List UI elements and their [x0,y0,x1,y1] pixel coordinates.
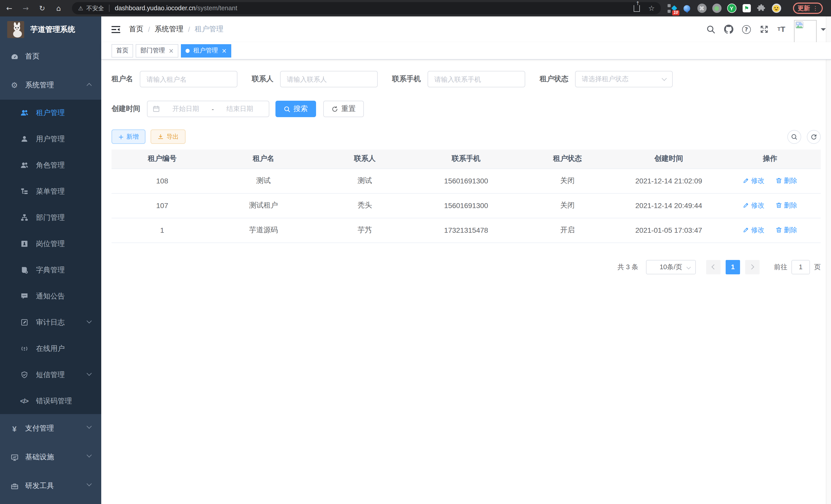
extension-command-icon[interactable]: ⌘ [697,3,707,13]
extension-avatar-icon[interactable] [771,3,781,13]
address-bar[interactable]: ⚠ 不安全 dashboard.yudao.iocoder.cn /system… [72,2,661,14]
sidebar-item-infra[interactable]: 基础设施 [0,443,101,472]
search-button[interactable]: 搜索 [276,101,316,117]
tenant-name-input[interactable] [140,71,237,87]
security-label[interactable]: 不安全 [86,4,104,12]
sidebar-item-audit-log[interactable]: 审计日志 [0,309,101,335]
sidebar-item-payment[interactable]: ¥ 支付管理 [0,414,101,443]
browser-home-button[interactable]: ⌂ [53,0,64,17]
page-number-current[interactable]: 1 [726,260,740,274]
extension-recorder-icon[interactable] [712,3,721,13]
breadcrumb-current: 租户管理 [195,25,224,34]
extension-balloon-icon[interactable] [682,3,692,13]
close-icon[interactable]: × [222,47,227,54]
extension-flag-icon[interactable]: ⚑ [742,3,751,13]
start-date-placeholder[interactable]: 开始日期 [162,104,210,114]
sidebar-item-sms[interactable]: 短信管理 [0,362,101,388]
extension-y-icon[interactable]: Y [727,3,737,13]
add-button[interactable]: + 新增 [112,129,145,144]
prev-page-button[interactable] [706,260,720,274]
edit-link[interactable]: 修改 [743,226,765,235]
font-size-icon[interactable]: TT [777,25,785,33]
reset-button[interactable]: 重置 [323,101,364,117]
tab-home[interactable]: 首页 [112,44,133,57]
sidebar-item-home[interactable]: 首页 [0,42,101,71]
menu-tree-icon [19,187,29,195]
breadcrumb-system[interactable]: 系统管理 [155,25,183,34]
avatar[interactable] [794,20,816,43]
app-logo[interactable]: 芋道管理系统 [0,17,101,42]
sidebar-item-label: 用户管理 [36,135,65,144]
filter-row-2: 创建时间 开始日期 - 结束日期 搜索 [112,101,821,117]
sidebar-item-menus[interactable]: 菜单管理 [0,178,101,205]
status-select[interactable]: 请选择租户状态 [575,71,673,87]
next-page-button[interactable] [745,260,760,274]
goto-page-input[interactable] [792,260,810,274]
contact-input[interactable] [280,71,378,87]
sidebar-item-roles[interactable]: 角色管理 [0,152,101,178]
fullscreen-icon[interactable] [759,25,769,34]
tenant-name-cell: 芋道源码 [213,218,314,242]
phone-label: 联系手机 [392,75,421,84]
header-search-icon[interactable] [706,25,715,34]
col-status: 租户状态 [517,149,618,169]
top-navbar: 首页 / 系统管理 / 租户管理 ? [101,17,831,42]
sidebar-item-label: 角色管理 [36,160,65,170]
delete-link[interactable]: 删除 [776,226,797,235]
sidebar-item-label: 支付管理 [25,424,54,433]
sidebar-item-devtools[interactable]: 研发工具 [0,472,101,500]
monitor-icon [9,453,20,461]
phone-input[interactable] [428,71,525,87]
tab-dept[interactable]: 部门管理 × [136,44,178,57]
help-icon[interactable]: ? [742,25,751,34]
edit-link[interactable]: 修改 [743,201,765,210]
tab-tenant[interactable]: 租户管理 × [181,44,231,57]
delete-link[interactable]: 删除 [776,176,797,185]
date-range-picker[interactable]: 开始日期 - 结束日期 [147,101,269,117]
export-button[interactable]: 导出 [150,129,185,144]
sidebar-item-dict[interactable]: 字典管理 [0,257,101,283]
browser-forward-button[interactable]: → [21,0,31,17]
sidebar-collapse-icon[interactable] [112,25,120,33]
col-created: 创建时间 [618,149,719,169]
sidebar-item-tenant[interactable]: 租户管理 [0,100,101,126]
app-title: 芋道管理系统 [30,24,75,34]
refresh-table-button[interactable] [807,130,821,144]
end-date-placeholder[interactable]: 结束日期 [216,104,264,114]
page-scrollbar[interactable] [826,17,831,504]
tenant-id-cell: 108 [112,169,213,193]
browser-update-button[interactable]: 更新 ⋮ [793,3,823,14]
extension-pinned-icon[interactable]: 10 [667,3,677,13]
browser-menu-icon[interactable]: ⋮ [812,5,818,11]
edit-link[interactable]: 修改 [743,176,765,185]
sidebar-item-online-users[interactable]: 在线用户 [0,335,101,362]
status-cell: 开启 [517,218,618,242]
sidebar-item-system[interactable]: ⚙ 系统管理 [0,71,101,100]
sidebar-item-error-codes[interactable]: </> 错误码管理 [0,388,101,414]
breadcrumb-home[interactable]: 首页 [129,25,143,34]
page-content: 租户名 联系人 联系手机 租户状态 请选择租户状态 [101,60,831,274]
bookmark-star-icon[interactable]: ☆ [648,4,655,12]
col-tenant-name: 租户名 [213,149,314,169]
sidebar-item-posts[interactable]: 岗位管理 [0,231,101,257]
browser-reload-button[interactable]: ↻ [37,0,47,17]
security-warning-icon: ⚠ [78,5,83,11]
calendar-icon [153,105,160,113]
sidebar-item-depts[interactable]: 部门管理 [0,205,101,231]
share-icon[interactable]: ↑ [634,5,640,11]
tenant-name-label: 租户名 [112,75,133,84]
page-size-select[interactable]: 10条/页 [646,260,696,274]
sidebar-item-label: 审计日志 [36,318,65,327]
sidebar-item-notice[interactable]: 通知公告 [0,283,101,309]
toolbox-icon [9,482,20,490]
col-contact: 联系人 [314,149,416,169]
avatar-dropdown-caret[interactable] [821,28,826,33]
extensions-puzzle-icon[interactable] [756,3,766,13]
announcement-icon [19,292,29,300]
close-icon[interactable]: × [169,47,174,54]
delete-link[interactable]: 删除 [776,201,797,210]
github-icon[interactable] [724,25,733,34]
browser-back-button[interactable]: ← [4,0,15,17]
sidebar-item-users[interactable]: 用户管理 [0,126,101,152]
hide-search-button[interactable] [787,130,801,144]
